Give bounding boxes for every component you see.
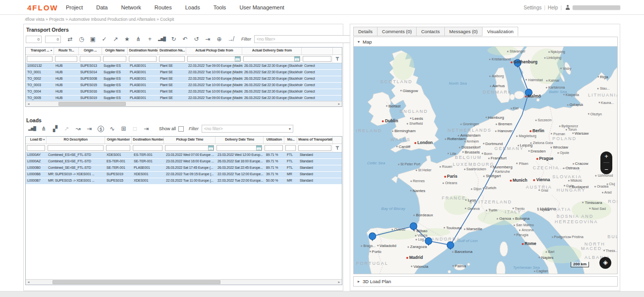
nav-item-project[interactable]: Project [66,4,83,10]
nav-item-user-management[interactable]: User Management [239,4,284,10]
ld-col-5[interactable]: Delivery Date Time [215,137,264,144]
network-icon[interactable]: ⋔ [41,125,47,133]
ld-row[interactable]: L0000AYCombined_ES>SE_FTL-STDXDES001ES-T… [26,152,342,159]
calendar-icon[interactable] [294,56,300,61]
to-col-6[interactable]: Actual Pickup Date from [186,48,242,54]
filter-funnel-icon[interactable] [335,146,340,150]
map-zoom-control[interactable]: + − [600,151,612,174]
to-filter-input-7[interactable] [243,56,301,62]
ld-row[interactable]: L0000AZCombined_ES>SE_FTL-STDES-TER-001S… [26,159,342,165]
ld-row[interactable]: L0000B0Combined_SE>SE_FTL-STDSE-TER-001P… [26,165,342,172]
utilization-chart-icon[interactable]: ▂▅█ [28,125,36,133]
zoom-in-button[interactable]: + [604,153,608,159]
history-icon[interactable]: ◷ [78,35,85,43]
undo-icon[interactable]: ↶ [182,35,188,43]
to-row[interactable]: TO_0003HUBSUPES015Supplier ESPLASE001Pla… [26,83,342,89]
calendar-icon[interactable] [208,146,214,150]
export-icon[interactable]: ⇥ [143,125,150,133]
to-col-1[interactable]: Route Tr... [54,48,79,54]
zoom-out-button[interactable]: − [604,166,608,173]
ld-filter-input-0[interactable] [27,145,45,151]
to-filter-input-6[interactable] [187,56,241,62]
add-transport-icon[interactable]: + [147,35,153,43]
settings-link[interactable]: Settings [524,5,541,10]
tab-comments-0-[interactable]: Comments (0) [377,27,416,36]
help-link[interactable]: Help [548,5,558,10]
to-filter-input-2[interactable] [80,56,101,62]
to-filter-input-5[interactable] [159,56,185,62]
to-filter-input-0[interactable] [27,56,53,62]
transport-counter-1[interactable] [26,36,42,43]
nav-item-data[interactable]: Data [96,4,107,10]
ld-col-8[interactable]: Means of Transportation [297,137,333,144]
ld-row[interactable]: L0000B7MR: SUPES015 -> XDES001 ...SUPES0… [26,178,342,185]
ld-col-3[interactable]: Destination Number [132,137,164,144]
reschedule-icon[interactable]: ↺ [193,35,200,43]
nav-item-network[interactable]: Network [121,4,141,10]
cost-icon[interactable]: $ [98,126,104,132]
load-plan-icon[interactable]: ⊞ [120,125,127,133]
ld-filter-input-2[interactable] [106,145,131,151]
user-name-redacted[interactable] [573,5,620,10]
ld-hscrollbar[interactable]: ◄► [26,279,342,285]
export-table-icon[interactable]: ⇥ [205,35,211,43]
export-plan-icon[interactable]: ▣ [90,35,96,43]
accept-route-icon[interactable]: ↗ [112,35,119,43]
tab-visualization[interactable]: Visualization [482,27,518,36]
remove-assignment-icon[interactable]: ↛ [227,35,234,43]
to-filter-input-1[interactable] [55,56,77,62]
to-col-8[interactable] [302,48,333,54]
to-col-2[interactable]: Origin ... [79,48,102,54]
to-col-7[interactable]: Actual Delivery Date from [242,48,302,54]
ld-col-1[interactable]: RO Description [47,137,105,144]
filter-funnel-icon[interactable] [335,57,340,61]
split-route-icon[interactable]: ⋔ [135,35,142,43]
report-icon[interactable]: ▂▅█ [158,35,165,43]
ld-filter-input-4[interactable] [165,145,214,151]
to-row[interactable]: 10002132HUBSUPES013Supplier ESPLASE001Pl… [26,63,342,70]
tour-icon[interactable]: ↝ [75,125,81,133]
nav-item-loads[interactable]: Loads [185,4,200,10]
ld-col-6[interactable]: Utilization [264,137,284,144]
nav-item-routes[interactable]: Routes [155,4,172,10]
lasso-icon[interactable]: ∿ [109,125,115,133]
ld-filter-input-8[interactable] [298,145,331,151]
to-filter-input-8[interactable] [303,56,331,62]
loads-filter-dropdown[interactable]: <no filter> ▾ [202,125,293,133]
ld-col-4[interactable]: Pickup Date Time [164,137,215,144]
ld-col-0[interactable]: Load ID▲ [26,137,47,144]
ld-col-7[interactable]: Mo... [284,137,297,144]
confirm-icon[interactable]: ✓ [101,35,107,43]
load-plan-header[interactable]: ▸ 3D Load Plan [354,277,617,286]
load-structure-icon[interactable]: ▞ [52,125,58,133]
ld-filter-input-6[interactable] [265,145,283,151]
tab-details[interactable]: Details [353,27,377,36]
ld-row[interactable]: L0000B6MR: SUPES019 -> XDES001 ...SUPES0… [26,172,342,178]
transport-counter-2[interactable] [45,36,61,43]
breadcrumb[interactable]: 4flow vista » Projects » Automotive Inbo… [25,17,174,22]
ld-filter-input-7[interactable] [285,145,296,151]
to-hscrollbar[interactable]: ◄► [26,101,342,106]
ld-filter-input-3[interactable] [133,145,162,151]
reassign-icon[interactable]: ⇄ [67,35,73,43]
tab-messages-0-[interactable]: Messages (0) [444,27,483,36]
refresh-icon[interactable]: ↻ [170,35,177,43]
calendar-icon[interactable] [235,56,240,61]
favorite-route-icon[interactable]: ★ [124,35,130,43]
map-layers-button[interactable]: ◈ [599,257,611,269]
show-all-checkbox[interactable] [178,126,184,132]
to-col-4[interactable]: Destination Number [128,48,158,54]
to-filter-input-3[interactable] [103,56,127,62]
to-col-0[interactable]: Transport ...▲ [26,48,54,54]
to-row[interactable]: TO_0004HUBSUPES016Supplier ESPLASE001Pla… [26,89,342,96]
to-row[interactable]: TO_0001HUBSUPES014Supplier ESPLASE001Pla… [26,70,342,76]
to-col-3[interactable]: Origin Name [102,48,128,54]
transfer-icon[interactable]: ⇥ [86,125,93,133]
ld-filter-input-5[interactable] [216,145,263,151]
to-row[interactable]: TO_0002HUBSUPES008Supplier ESPLASE001Pla… [26,76,342,83]
calendar-icon[interactable] [256,146,262,150]
map-section-header[interactable]: ▾ Map [354,37,617,46]
ld-col-2[interactable]: Origin Number [105,137,132,144]
to-col-5[interactable]: Destination Na... [158,48,186,54]
to-filter-input-4[interactable] [129,56,157,62]
